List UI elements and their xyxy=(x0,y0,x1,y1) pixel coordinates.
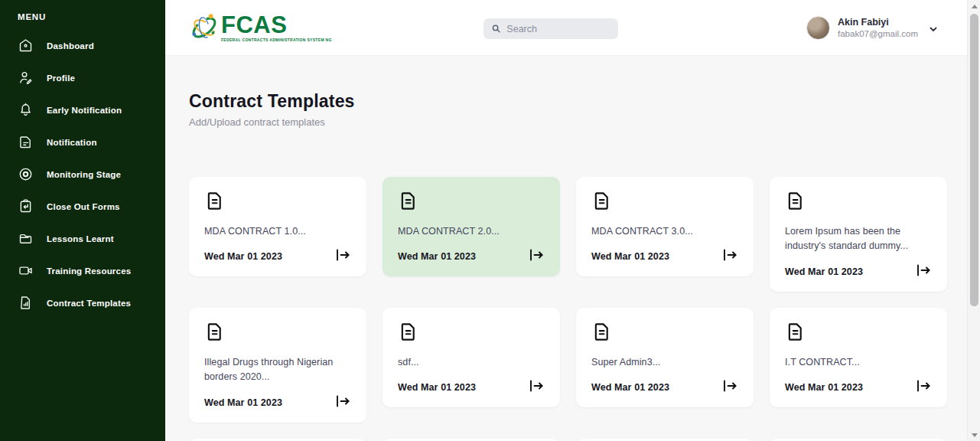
user-menu[interactable]: Akin Fabiyi fabak07@gmail.com xyxy=(806,16,938,40)
open-arrow-icon[interactable] xyxy=(335,249,351,264)
chevron-down-icon[interactable] xyxy=(929,23,938,32)
card-date: Wed Mar 01 2023 xyxy=(398,251,476,262)
sidebar: MENU Dashboard Profile Early Notificatio… xyxy=(0,0,165,441)
card-title: Lorem Ipsum has been the industry's stan… xyxy=(785,224,932,254)
card-title: MDA CONTRACT 1.0... xyxy=(204,224,351,239)
sidebar-item-notification[interactable]: Notification xyxy=(18,134,158,150)
card-date: Wed Mar 01 2023 xyxy=(398,382,476,393)
sidebar-item-label: Close Out Forms xyxy=(47,202,120,211)
user-email: fabak07@gmail.com xyxy=(838,29,918,38)
open-arrow-icon[interactable] xyxy=(529,380,545,395)
sidebar-item-early-notification[interactable]: Early Notification xyxy=(18,102,158,118)
document-icon xyxy=(785,201,806,214)
open-arrow-icon[interactable] xyxy=(722,380,738,395)
card-title: I.T CONTRACT... xyxy=(785,355,932,370)
open-arrow-icon[interactable] xyxy=(916,380,932,395)
template-card[interactable]: I.T CONTRACT... Wed Mar 01 2023 xyxy=(770,308,947,407)
eye-icon xyxy=(18,166,34,182)
note-icon xyxy=(18,134,34,150)
template-card[interactable]: Lorem Ipsum has been the industry's stan… xyxy=(770,177,947,292)
card-date: Wed Mar 01 2023 xyxy=(591,382,669,393)
content-area: Contract Templates Add/Upload contract t… xyxy=(165,56,980,441)
home-icon xyxy=(18,38,34,54)
search-icon xyxy=(492,24,500,34)
card-date: Wed Mar 01 2023 xyxy=(591,251,669,262)
template-card[interactable]: MDA CONTRACT 2.0... Wed Mar 01 2023 xyxy=(383,177,560,276)
sidebar-nav: Dashboard Profile Early Notification Not… xyxy=(18,38,158,311)
scroll-up-icon[interactable] xyxy=(968,0,980,12)
open-arrow-icon[interactable] xyxy=(722,249,738,264)
card-title: Super Admin3... xyxy=(591,355,738,370)
template-card[interactable] xyxy=(189,439,366,441)
card-date: Wed Mar 01 2023 xyxy=(204,251,282,262)
sidebar-item-label: Lessons Learnt xyxy=(47,234,114,243)
main-area: FCAS FEDERAL CONTRACTS ADMINISTRATION SY… xyxy=(165,0,980,441)
template-card-grid: MDA CONTRACT 1.0... Wed Mar 01 2023 MDA … xyxy=(189,177,957,441)
sidebar-item-label: Monitoring Stage xyxy=(47,170,121,179)
clipboard-return-icon xyxy=(18,198,34,214)
sidebar-item-label: Dashboard xyxy=(47,41,94,51)
template-card[interactable]: sdf... Wed Mar 01 2023 xyxy=(383,308,560,407)
bell-icon xyxy=(18,102,34,118)
card-title: sdf... xyxy=(398,355,545,370)
video-camera-icon xyxy=(18,263,34,279)
user-edit-icon xyxy=(18,70,34,86)
sidebar-item-label: Notification xyxy=(47,138,97,147)
template-card[interactable] xyxy=(770,439,947,441)
document-icon xyxy=(398,332,418,345)
sidebar-item-contract-templates[interactable]: Contract Templates xyxy=(18,295,158,311)
menu-label: MENU xyxy=(18,12,158,21)
template-card[interactable]: MDA CONTRACT 1.0... Wed Mar 01 2023 xyxy=(189,177,366,276)
search-bar[interactable] xyxy=(483,18,618,39)
card-date: Wed Mar 01 2023 xyxy=(204,397,282,408)
document-chart-icon xyxy=(18,295,34,311)
logo-tagline: FEDERAL CONTRACTS ADMINISTRATION SYSTEM … xyxy=(221,38,332,42)
vertical-scrollbar[interactable] xyxy=(967,0,980,441)
page-subtitle: Add/Upload contract templates xyxy=(189,116,957,128)
sidebar-item-label: Early Notification xyxy=(47,106,122,115)
folder-icon xyxy=(18,230,34,247)
avatar[interactable] xyxy=(806,16,830,40)
template-card[interactable]: Super Admin3... Wed Mar 01 2023 xyxy=(576,308,754,407)
template-card[interactable]: Illegal Drugs through Nigerian borders 2… xyxy=(189,308,366,423)
user-name: Akin Fabiyi xyxy=(838,17,918,28)
card-title: Illegal Drugs through Nigerian borders 2… xyxy=(204,355,351,385)
sidebar-item-dashboard[interactable]: Dashboard xyxy=(18,38,158,54)
document-icon xyxy=(591,201,612,214)
card-date: Wed Mar 01 2023 xyxy=(785,266,863,277)
card-date: Wed Mar 01 2023 xyxy=(785,382,863,393)
sidebar-item-label: Contract Templates xyxy=(47,299,131,308)
sidebar-item-label: Profile xyxy=(47,74,75,83)
sidebar-item-training-resources[interactable]: Training Resources xyxy=(18,263,158,279)
fcas-logo[interactable]: FCAS FEDERAL CONTRACTS ADMINISTRATION SY… xyxy=(188,11,332,44)
scrollbar-thumb[interactable] xyxy=(970,14,978,306)
document-icon xyxy=(398,201,418,214)
document-icon xyxy=(204,201,225,214)
template-card[interactable] xyxy=(383,439,560,441)
sidebar-item-label: Training Resources xyxy=(47,266,131,276)
sidebar-item-monitoring-stage[interactable]: Monitoring Stage xyxy=(18,166,158,182)
template-card[interactable]: MDA CONTRACT 3.0... Wed Mar 01 2023 xyxy=(576,177,754,276)
open-arrow-icon[interactable] xyxy=(529,249,545,264)
template-card[interactable] xyxy=(576,439,754,441)
card-title: MDA CONTRACT 3.0... xyxy=(591,224,738,239)
sidebar-item-lessons-learnt[interactable]: Lessons Learnt xyxy=(18,230,158,247)
sidebar-item-close-out-forms[interactable]: Close Out Forms xyxy=(18,198,158,214)
document-icon xyxy=(591,332,612,345)
sidebar-item-profile[interactable]: Profile xyxy=(18,70,158,86)
open-arrow-icon[interactable] xyxy=(335,395,351,410)
fcas-orbit-icon xyxy=(188,11,220,44)
card-title: MDA CONTRACT 2.0... xyxy=(398,224,545,239)
top-header: FCAS FEDERAL CONTRACTS ADMINISTRATION SY… xyxy=(165,0,980,56)
scroll-down-icon[interactable] xyxy=(968,429,980,441)
logo-text: FCAS xyxy=(221,13,332,37)
open-arrow-icon[interactable] xyxy=(916,264,932,279)
document-icon xyxy=(785,332,806,345)
document-icon xyxy=(204,332,225,345)
page-title: Contract Templates xyxy=(189,91,957,112)
search-input[interactable] xyxy=(506,24,610,34)
